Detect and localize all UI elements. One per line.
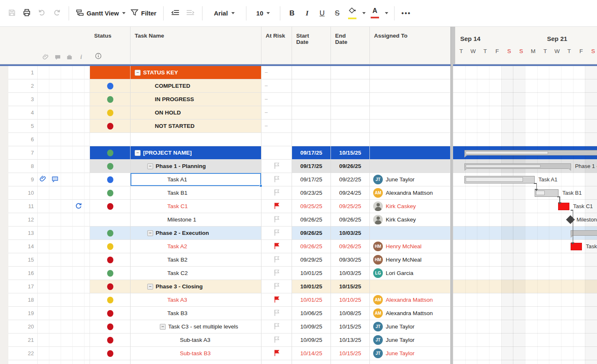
row-gutter-slot[interactable] — [38, 213, 49, 227]
assigned-cell[interactable]: HMHenry McNeal — [370, 253, 451, 267]
status-cell[interactable] — [90, 333, 131, 347]
end-date-cell[interactable]: 09/24/25 — [331, 186, 370, 200]
collapse-toggle[interactable]: − — [147, 284, 153, 290]
task-cell[interactable]: Milestone 1 — [131, 213, 261, 227]
row-number[interactable]: 7 — [8, 146, 38, 160]
status-cell[interactable] — [90, 213, 131, 227]
row-gutter-slot[interactable] — [73, 79, 85, 93]
status-cell[interactable] — [90, 173, 131, 186]
update-icon[interactable] — [75, 202, 82, 211]
row-gutter-slot[interactable] — [61, 307, 73, 320]
empty-cell[interactable] — [61, 360, 73, 364]
start-date-cell[interactable] — [292, 93, 331, 106]
proof-column-icon[interactable] — [64, 54, 75, 61]
assigned-cell[interactable]: AMAlexandra Mattson — [370, 186, 451, 200]
row-gutter-slot[interactable] — [73, 66, 85, 79]
row-number[interactable]: 10 — [8, 186, 38, 200]
task-cell[interactable]: −Phase 2 - Execution — [131, 227, 261, 240]
assigned-cell[interactable]: JTJune Taylor — [370, 320, 451, 333]
row-gutter-slot[interactable] — [38, 173, 49, 186]
start-date-cell[interactable] — [292, 106, 331, 120]
end-date-cell[interactable]: 09/30/25 — [331, 253, 370, 267]
at-risk-cell[interactable] — [261, 240, 292, 253]
column-header-at-risk[interactable]: At Risk — [261, 27, 292, 64]
at-risk-cell[interactable] — [261, 253, 292, 267]
milestone-diamond[interactable] — [566, 215, 575, 224]
row-gutter-slot[interactable] — [73, 280, 85, 293]
font-family-select[interactable]: Arial — [207, 5, 242, 22]
end-date-cell[interactable]: 10/15/25 — [331, 146, 370, 160]
start-date-cell[interactable]: 09/17/25 — [292, 146, 331, 160]
row-gutter-slot[interactable] — [38, 240, 49, 253]
row-gutter-slot[interactable] — [61, 93, 73, 106]
assigned-cell[interactable] — [370, 160, 451, 173]
redo-button[interactable] — [49, 5, 64, 22]
text-color-dropdown[interactable] — [382, 5, 390, 22]
row-gutter-slot[interactable] — [49, 120, 61, 133]
row-gutter-slot[interactable] — [73, 120, 85, 133]
assigned-cell[interactable]: LGLori Garcia — [370, 267, 451, 280]
collapse-toggle[interactable]: − — [135, 150, 141, 156]
row-gutter-slot[interactable] — [49, 173, 61, 186]
row-gutter-slot[interactable] — [73, 267, 85, 280]
save-button[interactable] — [4, 5, 19, 22]
row-number[interactable]: 8 — [8, 160, 38, 173]
row-number[interactable]: 4 — [8, 106, 38, 120]
start-date-cell[interactable]: 09/29/25 — [292, 253, 331, 267]
row-gutter-slot[interactable] — [73, 227, 85, 240]
end-date-cell[interactable] — [331, 93, 370, 106]
start-date-cell[interactable] — [292, 120, 331, 133]
assigned-cell[interactable] — [370, 93, 451, 106]
row-gutter-slot[interactable] — [38, 93, 49, 106]
row-gutter-slot[interactable] — [49, 333, 61, 347]
gantt-bar-summary[interactable] — [464, 163, 571, 169]
row-gutter-slot[interactable] — [38, 133, 49, 146]
row-number[interactable]: 6 — [8, 133, 38, 146]
row-gutter-slot[interactable] — [61, 240, 73, 253]
assigned-cell[interactable]: JTJune Taylor — [370, 333, 451, 347]
gantt-bar-summary[interactable] — [571, 230, 597, 236]
start-date-cell[interactable]: 09/23/25 — [292, 186, 331, 200]
row-gutter-slot[interactable] — [73, 173, 85, 186]
row-number[interactable]: 14 — [8, 240, 38, 253]
end-date-cell[interactable]: 10/03/25 — [331, 267, 370, 280]
row-gutter-slot[interactable] — [73, 200, 85, 213]
end-date-cell[interactable] — [331, 106, 370, 120]
empty-cell[interactable] — [90, 360, 131, 364]
row-gutter-slot[interactable] — [38, 267, 49, 280]
row-gutter-slot[interactable] — [73, 347, 85, 360]
row-gutter-slot[interactable] — [61, 280, 73, 293]
end-date-cell[interactable]: 10/15/25 — [331, 347, 370, 360]
status-cell[interactable] — [90, 79, 131, 93]
empty-cell[interactable] — [8, 360, 38, 364]
status-cell[interactable] — [90, 120, 131, 133]
row-gutter-slot[interactable] — [49, 146, 61, 160]
start-date-cell[interactable]: 10/06/25 — [292, 307, 331, 320]
end-date-cell[interactable]: 10/15/25 — [331, 280, 370, 293]
row-gutter-slot[interactable] — [38, 280, 49, 293]
gantt-bar-task[interactable] — [464, 176, 535, 183]
assigned-cell[interactable]: JTJune Taylor — [370, 173, 451, 186]
at-risk-cell[interactable]: – — [261, 79, 292, 93]
at-risk-cell[interactable] — [261, 186, 292, 200]
row-gutter-slot[interactable] — [38, 186, 49, 200]
row-gutter-slot[interactable] — [49, 106, 61, 120]
at-risk-cell[interactable]: – — [261, 93, 292, 106]
end-date-cell[interactable]: 10/13/25 — [331, 333, 370, 347]
task-cell[interactable]: −Phase 3 - Closing — [131, 280, 261, 293]
at-risk-cell[interactable] — [261, 320, 292, 333]
assigned-cell[interactable]: AMAlexandra Mattson — [370, 307, 451, 320]
at-risk-cell[interactable] — [261, 200, 292, 213]
end-date-cell[interactable]: 10/10/25 — [331, 293, 370, 307]
row-number[interactable]: 13 — [8, 227, 38, 240]
row-gutter-slot[interactable] — [49, 160, 61, 173]
row-gutter-slot[interactable] — [49, 293, 61, 307]
empty-cell[interactable] — [261, 360, 292, 364]
task-cell[interactable]: Task A1 — [131, 173, 261, 186]
row-gutter-slot[interactable] — [61, 333, 73, 347]
empty-cell[interactable] — [292, 360, 331, 364]
row-number[interactable]: 15 — [8, 253, 38, 267]
row-number[interactable]: 2 — [8, 79, 38, 93]
task-cell[interactable]: −[PROJECT NAME] — [131, 146, 261, 160]
start-date-cell[interactable]: 09/25/25 — [292, 200, 331, 213]
